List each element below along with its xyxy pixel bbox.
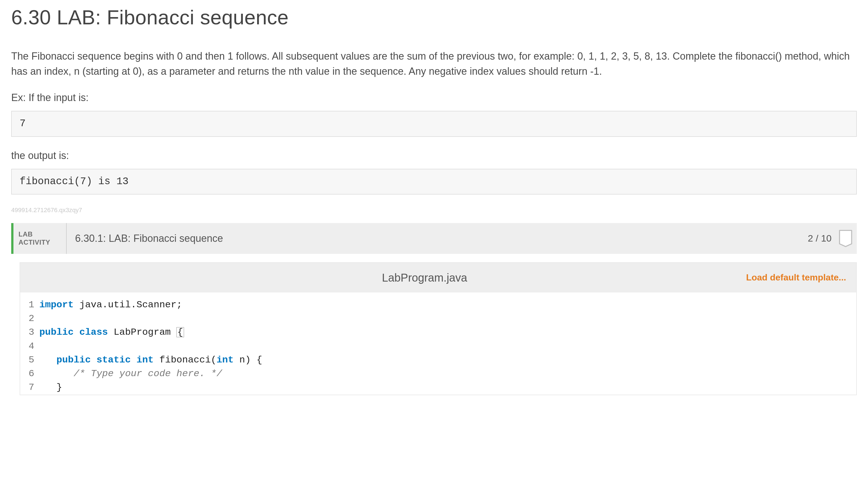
lab-label-line2: ACTIVITY: [19, 238, 66, 247]
code-text: }: [39, 382, 62, 393]
code-text: LabProgram: [108, 327, 177, 337]
page-title: 6.30 LAB: Fibonacci sequence: [11, 3, 857, 32]
line-number-gutter: 1 2 3 4 5 6 7: [20, 298, 39, 395]
kw-int: int: [217, 355, 234, 365]
load-default-template-link[interactable]: Load default template...: [746, 271, 846, 284]
bookmark-icon[interactable]: [834, 223, 857, 254]
problem-description: The Fibonacci sequence begins with 0 and…: [11, 49, 857, 79]
code-text: fibonacci(: [154, 355, 217, 365]
editor-header: LabProgram.java Load default template...: [20, 263, 856, 292]
example-intro: Ex: If the input is:: [11, 90, 857, 105]
code-editor-panel: LabProgram.java Load default template...…: [20, 262, 857, 395]
lab-activity-score: 2 / 10: [802, 223, 834, 254]
lab-activity-title: 6.30.1: LAB: Fibonacci sequence: [67, 223, 802, 254]
editor-filename: LabProgram.java: [103, 269, 746, 286]
lab-label-line1: LAB: [19, 230, 66, 238]
content-id: 499914.2712676.qx3zqy7: [11, 206, 857, 215]
kw-class: class: [74, 327, 108, 337]
code-comment: /* Type your code here. */: [39, 368, 222, 379]
code-text: n) {: [234, 355, 262, 365]
example-output-box: fibonacci(7) is 13: [11, 169, 857, 195]
kw-int: int: [131, 355, 154, 365]
matched-brace: {: [177, 327, 184, 337]
code-text: java.util.Scanner;: [74, 299, 182, 310]
lab-activity-label: LAB ACTIVITY: [13, 223, 67, 254]
code-editor[interactable]: 1 2 3 4 5 6 7 import java.util.Scanner; …: [20, 292, 856, 395]
example-input-box: 7: [11, 111, 857, 137]
example-output-label: the output is:: [11, 148, 857, 163]
code-content[interactable]: import java.util.Scanner; public class L…: [39, 298, 262, 395]
kw-public: public: [39, 355, 91, 365]
kw-import: import: [39, 299, 73, 310]
kw-public: public: [39, 327, 73, 337]
kw-static: static: [91, 355, 131, 365]
lab-activity-bar: LAB ACTIVITY 6.30.1: LAB: Fibonacci sequ…: [11, 223, 857, 254]
